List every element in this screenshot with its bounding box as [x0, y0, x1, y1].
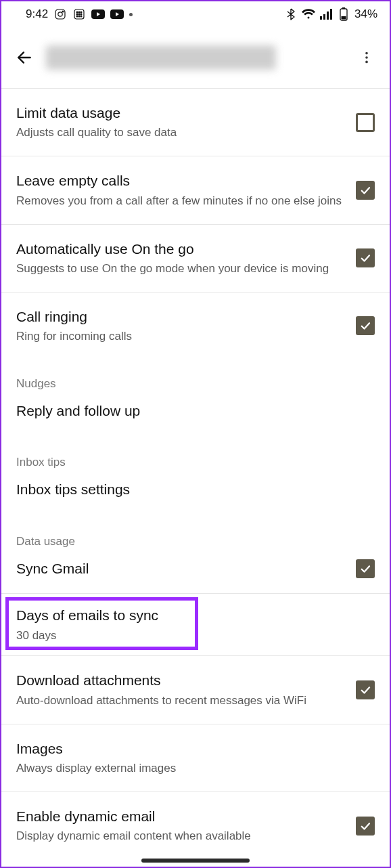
- row-subtitle: Auto-download attachments to recent mess…: [16, 693, 345, 709]
- svg-point-8: [78, 14, 80, 15]
- account-email: [41, 45, 350, 70]
- youtube-icon-2: [110, 7, 124, 21]
- svg-point-1: [58, 12, 62, 16]
- svg-point-5: [78, 12, 80, 13]
- checkbox-checked[interactable]: [356, 680, 375, 699]
- row-title: Images: [16, 739, 364, 758]
- status-time: 9:42: [26, 7, 48, 21]
- svg-rect-18: [330, 9, 332, 20]
- row-subtitle: Suggests to use On the go mode when your…: [16, 261, 345, 277]
- row-title: Call ringing: [16, 307, 345, 326]
- youtube-icon: [91, 7, 105, 21]
- checkbox-checked[interactable]: [356, 559, 375, 578]
- row-download-attachments[interactable]: Download attachments Auto-download attac…: [1, 656, 390, 724]
- settings-list: Limit data usage Adjusts call quality to…: [1, 88, 390, 859]
- svg-rect-15: [320, 16, 322, 20]
- row-title: Sync Gmail: [16, 559, 345, 578]
- svg-point-4: [76, 12, 78, 13]
- status-bar: 9:42: [1, 1, 390, 27]
- back-button[interactable]: [8, 41, 41, 74]
- row-days-of-emails-to-sync[interactable]: Days of emails to sync 30 days: [1, 594, 390, 656]
- svg-point-7: [76, 14, 78, 15]
- checkbox-checked[interactable]: [356, 248, 375, 267]
- section-nudges: Nudges: [1, 360, 390, 391]
- row-call-ringing[interactable]: Call ringing Ring for incoming calls: [1, 292, 390, 360]
- row-title: Enable dynamic email: [16, 807, 345, 826]
- svg-rect-17: [327, 12, 329, 20]
- checkbox-unchecked[interactable]: [356, 113, 375, 132]
- svg-point-22: [365, 52, 368, 55]
- row-subtitle: Removes you from a call after a few minu…: [16, 194, 345, 209]
- signal-icon: [319, 7, 333, 21]
- row-inbox-tips-settings[interactable]: Inbox tips settings: [1, 469, 390, 517]
- svg-point-2: [62, 11, 64, 12]
- overflow-menu-button[interactable]: [350, 41, 383, 74]
- svg-point-24: [365, 61, 368, 64]
- svg-rect-16: [323, 14, 325, 20]
- row-leave-empty-calls[interactable]: Leave empty calls Removes you from a cal…: [1, 156, 390, 224]
- row-title: Leave empty calls: [16, 171, 345, 190]
- svg-rect-21: [341, 16, 346, 20]
- row-title: Inbox tips settings: [16, 480, 364, 499]
- row-subtitle: Display dynamic email content when avail…: [16, 829, 345, 844]
- svg-point-12: [80, 16, 82, 17]
- checkbox-checked[interactable]: [356, 181, 375, 200]
- bluetooth-icon: [284, 7, 298, 21]
- row-enable-dynamic-email[interactable]: Enable dynamic email Display dynamic ema…: [1, 792, 390, 859]
- section-data-usage: Data usage: [1, 517, 390, 548]
- row-images[interactable]: Images Always display external images: [1, 724, 390, 792]
- battery-icon: [337, 7, 350, 21]
- more-notifications-dot: [129, 13, 133, 16]
- app-bar: [1, 27, 390, 88]
- svg-point-6: [80, 12, 82, 13]
- row-title: Automatically use On the go: [16, 240, 345, 259]
- grid-icon: [72, 7, 86, 21]
- row-title: Days of emails to sync: [16, 606, 364, 625]
- row-reply-follow-up[interactable]: Reply and follow up: [1, 391, 390, 438]
- checkbox-checked[interactable]: [356, 316, 375, 335]
- row-subtitle: Adjusts call quality to save data: [16, 125, 345, 141]
- home-indicator: [141, 859, 250, 863]
- svg-point-10: [76, 16, 78, 17]
- row-sync-gmail[interactable]: Sync Gmail: [1, 548, 390, 594]
- row-title: Download attachments: [16, 671, 345, 690]
- row-subtitle: Ring for incoming calls: [16, 329, 345, 345]
- battery-text: 34%: [354, 7, 377, 21]
- row-limit-data-usage[interactable]: Limit data usage Adjusts call quality to…: [1, 89, 390, 156]
- checkbox-checked[interactable]: [356, 817, 375, 836]
- row-subtitle: Always display external images: [16, 761, 364, 777]
- row-title: Reply and follow up: [16, 402, 364, 420]
- row-subtitle: 30 days: [16, 628, 364, 644]
- svg-point-23: [365, 56, 368, 59]
- svg-point-9: [80, 14, 82, 15]
- wifi-icon: [302, 7, 315, 21]
- instagram-icon: [53, 7, 67, 21]
- section-inbox-tips: Inbox tips: [1, 438, 390, 469]
- row-title: Limit data usage: [16, 104, 345, 123]
- svg-point-11: [78, 16, 80, 17]
- row-auto-on-the-go[interactable]: Automatically use On the go Suggests to …: [1, 225, 390, 292]
